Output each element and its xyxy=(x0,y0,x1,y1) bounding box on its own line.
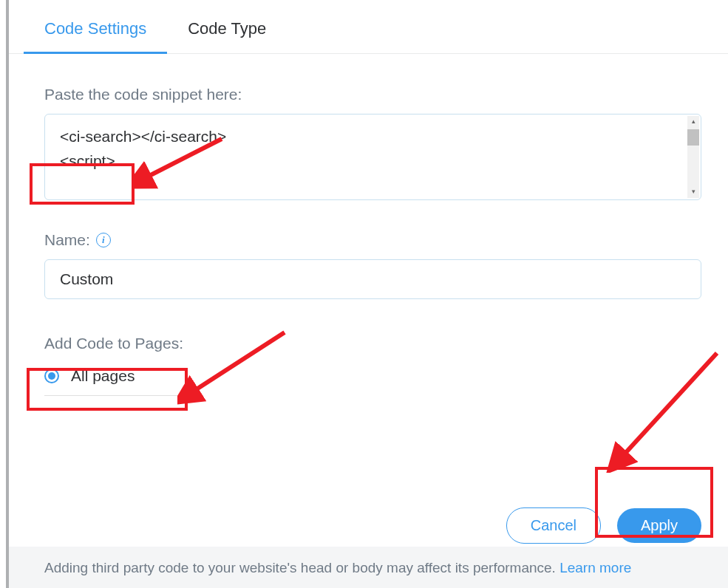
scroll-up-icon[interactable]: ▴ xyxy=(687,116,699,128)
snippet-label: Paste the code snippet here: xyxy=(44,86,701,103)
scrollbar-thumb[interactable] xyxy=(687,129,699,146)
code-line: <script> xyxy=(60,149,686,174)
footer-note: Adding third party code to your website'… xyxy=(9,547,728,588)
content-area[interactable]: Paste the code snippet here: <ci-search>… xyxy=(9,64,701,511)
scroll-down-icon[interactable]: ▾ xyxy=(687,186,699,198)
learn-more-link[interactable]: Learn more xyxy=(559,560,631,575)
apply-button[interactable]: Apply xyxy=(617,508,701,543)
pages-label: Add Code to Pages: xyxy=(44,335,701,352)
radio-label: All pages xyxy=(71,367,135,385)
tab-code-settings[interactable]: Code Settings xyxy=(44,19,146,53)
radio-all-pages[interactable]: All pages xyxy=(44,363,192,396)
code-line: <ci-search></ci-search> xyxy=(60,125,686,149)
info-icon[interactable]: i xyxy=(96,233,111,247)
code-snippet-input[interactable]: <ci-search></ci-search> <script> ▴ ▾ xyxy=(44,114,701,200)
cancel-button[interactable]: Cancel xyxy=(506,507,601,544)
tab-code-type[interactable]: Code Type xyxy=(188,19,266,53)
name-label-text: Name: xyxy=(44,231,90,249)
radio-icon xyxy=(44,369,59,383)
name-label: Name: i xyxy=(44,231,701,249)
footer-text: Adding third party code to your website'… xyxy=(44,560,559,575)
dialog-panel: Code Settings Code Type Paste the code s… xyxy=(6,0,728,588)
name-input[interactable] xyxy=(44,259,701,299)
dialog-buttons: Cancel Apply xyxy=(506,507,701,544)
tab-bar: Code Settings Code Type xyxy=(9,0,728,54)
